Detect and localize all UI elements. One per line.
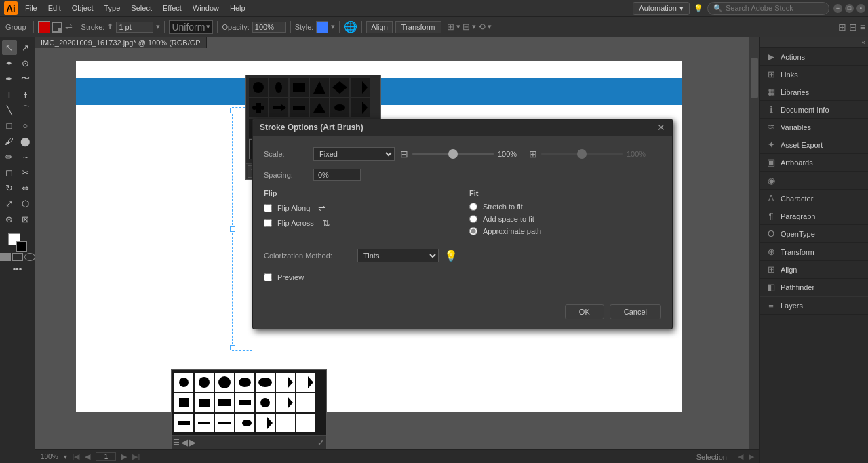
flip-along-checkbox[interactable]	[264, 204, 272, 212]
panel-item-align[interactable]: ⊞ Align	[760, 261, 868, 279]
document-tab[interactable]: IMG_20201009_161732.jpg* @ 100% (RGB/GP	[35, 37, 207, 48]
opacity-input[interactable]	[252, 22, 286, 33]
panel-item-libraries[interactable]: ▦ Libraries	[760, 83, 868, 101]
scissors-tool[interactable]: ✂	[18, 165, 33, 180]
menu-select[interactable]: Select	[126, 3, 157, 14]
normal-mode[interactable]	[0, 253, 11, 261]
panel-item-document-info[interactable]: ℹ Document Info	[760, 101, 868, 119]
page-number-input[interactable]	[96, 452, 116, 461]
stroke-color[interactable]	[52, 22, 62, 33]
width-tool[interactable]: ⊛	[2, 212, 17, 226]
brush-item[interactable]	[290, 98, 309, 117]
close-button[interactable]: ×	[856, 4, 865, 13]
globe-icon[interactable]: 🌐	[344, 20, 357, 33]
scale-tool[interactable]: ⤢	[2, 196, 17, 211]
bottom-brush-item[interactable]	[296, 373, 315, 392]
bottom-brush-item[interactable]	[235, 393, 254, 412]
curvature-tool[interactable]: 〜	[18, 71, 33, 86]
bottom-brush-item[interactable]	[174, 373, 193, 392]
panel-item-layers[interactable]: ≡ Layers	[760, 297, 868, 315]
arc-tool[interactable]: ⌒	[18, 102, 33, 117]
cancel-button[interactable]: Cancel	[610, 304, 661, 319]
scale-increase-icon[interactable]: ⊞	[529, 148, 537, 159]
magic-wand-tool[interactable]: ✦	[2, 56, 17, 71]
bottom-brush-item[interactable]	[195, 414, 214, 432]
bottom-brush-item[interactable]	[256, 373, 275, 392]
menu-effect[interactable]: Effect	[158, 3, 186, 14]
brush-item[interactable]	[351, 78, 370, 97]
menu-type[interactable]: Type	[100, 3, 125, 14]
minimize-button[interactable]: −	[833, 4, 842, 13]
bottom-brush-item[interactable]	[276, 393, 295, 412]
shear-tool[interactable]: ⬡	[18, 196, 33, 211]
free-transform-tool[interactable]: ⊠	[18, 212, 33, 226]
brush-item[interactable]	[351, 98, 370, 117]
menu-window[interactable]: Window	[188, 3, 224, 14]
smooth-tool[interactable]: ~	[18, 149, 33, 164]
paintbrush-tool[interactable]: 🖌	[2, 134, 17, 148]
bottom-brush-item[interactable]	[276, 414, 295, 432]
menu-edit[interactable]: Edit	[43, 3, 66, 14]
pen-tool[interactable]: ✒	[2, 71, 17, 86]
ellipse-tool[interactable]: ○	[18, 118, 33, 133]
bottom-brush-item[interactable]	[174, 414, 193, 432]
bottom-brush-item[interactable]	[195, 393, 214, 412]
spacing-input[interactable]	[313, 169, 361, 181]
panel-item-transform[interactable]: ⊕ Transform	[760, 243, 868, 261]
fill-stroke-indicator[interactable]	[8, 233, 27, 252]
direct-select-tool[interactable]: ↗	[18, 40, 33, 55]
panel-item-links[interactable]: ⊞ Links	[760, 66, 868, 83]
brush-preset-strip[interactable]: Uniform ▾	[169, 20, 213, 34]
menu-object[interactable]: Object	[67, 3, 98, 14]
brush-item[interactable]	[269, 78, 288, 97]
brush-item[interactable]	[330, 98, 349, 117]
selection-tool[interactable]: ↖	[2, 40, 17, 55]
bottom-brush-item[interactable]	[215, 373, 234, 392]
colorization-select[interactable]: Tints None Tints and Shades Hue Shift	[357, 249, 439, 262]
align-button[interactable]: Align	[366, 21, 392, 33]
line-tool[interactable]: ╲	[2, 102, 17, 117]
preview-checkbox[interactable]	[264, 273, 272, 281]
rectangle-tool[interactable]: □	[2, 118, 17, 133]
transform-button[interactable]: Transform	[395, 21, 441, 33]
brush-prev-btn[interactable]: ◀	[181, 437, 188, 447]
brush-item[interactable]	[269, 98, 288, 117]
more-tools[interactable]: •••	[10, 262, 25, 277]
panel-item-variables[interactable]: ≋ Variables	[760, 119, 868, 136]
brush-next-btn[interactable]: ▶	[189, 437, 196, 447]
panel-item-actions[interactable]: ▶ Actions	[760, 48, 868, 66]
panel-item-opentype[interactable]: O OpenType	[760, 225, 868, 243]
rotate-tool[interactable]: ↻	[2, 180, 17, 195]
automation-button[interactable]: Automation ▾	[633, 2, 690, 15]
brush-item[interactable]	[290, 78, 309, 97]
screen-mode[interactable]	[12, 253, 23, 261]
scale-slider1[interactable]	[412, 153, 494, 155]
scale-slider2[interactable]	[541, 153, 623, 155]
lasso-tool[interactable]: ⊙	[18, 56, 33, 71]
stroke-value-input[interactable]	[116, 22, 153, 33]
scale-select[interactable]: Fixed Proportional	[313, 147, 395, 161]
stretch-radio[interactable]	[469, 203, 477, 211]
bottom-brush-item[interactable]	[256, 393, 275, 412]
brush-item[interactable]	[310, 98, 329, 117]
eraser-tool[interactable]: ◻	[2, 165, 17, 180]
bottom-brush-item[interactable]	[215, 393, 234, 412]
ok-button[interactable]: OK	[565, 304, 604, 319]
panel-item-pathfinder[interactable]: ◧ Pathfinder	[760, 279, 868, 296]
panel-item-character[interactable]: A Character	[760, 190, 868, 207]
menu-help[interactable]: Help	[225, 3, 250, 14]
blob-brush-tool[interactable]: ⬤	[18, 134, 33, 148]
swap-icon[interactable]: ⇌	[65, 22, 73, 32]
scale-decrease-icon[interactable]: ⊟	[400, 148, 408, 159]
type-tool[interactable]: T	[2, 87, 17, 102]
bottom-brush-item[interactable]	[235, 373, 254, 392]
flip-across-checkbox[interactable]	[264, 219, 272, 227]
full-screen[interactable]	[24, 253, 35, 261]
bottom-brush-item[interactable]	[296, 393, 315, 412]
bottom-brush-item[interactable]	[296, 414, 315, 432]
panel-collapse-icon[interactable]: «	[861, 39, 865, 46]
brush-item[interactable]	[249, 98, 268, 117]
pencil-tool[interactable]: ✏	[2, 149, 17, 164]
reflect-tool[interactable]: ⇔	[18, 180, 33, 195]
bottom-brush-item[interactable]	[215, 414, 234, 432]
